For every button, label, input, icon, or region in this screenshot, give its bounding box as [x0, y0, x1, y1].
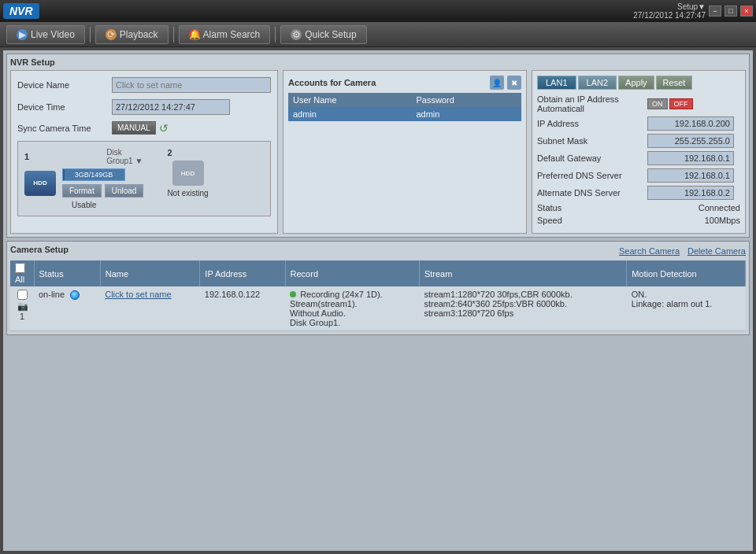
- disk-1-icon: HDD: [24, 171, 56, 196]
- disk-2-number: 2: [167, 148, 208, 157]
- col-status: Status: [34, 260, 100, 286]
- dns1-label: Preferred DNS Server: [537, 171, 647, 180]
- remove-account-button[interactable]: ✖: [507, 76, 521, 90]
- camera-setup-header: Camera Setup Search Camera Delete Camera: [10, 245, 746, 257]
- camera-ip: 192.168.0.122: [205, 290, 260, 299]
- disk-1-unload-button[interactable]: Unload: [105, 184, 144, 198]
- dhcp-label: Obtain an IP Address Automaticall: [537, 94, 647, 113]
- dns2-input[interactable]: [647, 186, 734, 200]
- ip-input[interactable]: [647, 116, 734, 131]
- lan2-tab[interactable]: LAN2: [578, 76, 617, 90]
- manual-button[interactable]: MANUAL: [112, 121, 156, 135]
- camera-row-checkbox[interactable]: [17, 290, 28, 300]
- dns2-label: Alternate DNS Server: [537, 188, 647, 198]
- ip-label: IP Address: [537, 119, 647, 128]
- nav-divider-1: [90, 27, 91, 42]
- disk-1-status: Usable: [72, 201, 96, 209]
- disk-2-icon: HDD: [172, 161, 204, 186]
- device-time-input[interactable]: [112, 99, 230, 115]
- nvr-setup-title: NVR Setup: [10, 57, 746, 67]
- ip-row: IP Address: [537, 116, 740, 131]
- disk-1-size: 3GB/149GB: [75, 171, 113, 179]
- disk-1-label: HDD: [33, 179, 46, 187]
- dhcp-off-button[interactable]: OFF: [669, 98, 693, 109]
- nav-divider-2: [173, 27, 174, 42]
- camera-motion-cell: ON.Linkage: alarm out 1.: [627, 286, 746, 331]
- camera-name-link[interactable]: Click to set name: [105, 290, 171, 299]
- camera-stream-text: stream1:1280*720 30fps,CBR 6000kb.stream…: [424, 290, 572, 318]
- apply-button[interactable]: Apply: [618, 76, 654, 90]
- nav-alarm-search[interactable]: 🔔 Alarm Search: [179, 25, 271, 44]
- title-bar-left: NVR: [3, 3, 39, 19]
- disk-1-buttons: Format Unload: [62, 184, 143, 198]
- search-camera-link[interactable]: Search Camera: [619, 246, 680, 256]
- disk-1-format-button[interactable]: Format: [62, 184, 102, 198]
- minimize-button[interactable]: −: [709, 6, 721, 17]
- close-button[interactable]: ×: [740, 6, 753, 17]
- restore-button[interactable]: □: [724, 6, 737, 17]
- dhcp-on-button[interactable]: ON: [647, 98, 668, 109]
- sync-icon[interactable]: ↺: [159, 122, 169, 135]
- col-name: Name: [100, 260, 200, 286]
- accounts-icons: 👤 ✖: [490, 76, 521, 90]
- app-logo: NVR: [3, 3, 39, 19]
- camera-stream-cell: stream1:1280*720 30fps,CBR 6000kb.stream…: [419, 286, 626, 331]
- device-name-input[interactable]: [112, 77, 271, 93]
- device-setup-panel: Device Name Device Time Sync Camera Time…: [10, 70, 278, 234]
- status-row: Status Connected: [537, 203, 740, 212]
- nvr-setup-panel: NVR Setup Device Name Device Time Sync C…: [6, 54, 750, 238]
- lan-tabs: LAN1 LAN2 Apply Reset: [537, 76, 740, 90]
- add-account-button[interactable]: 👤: [490, 76, 504, 90]
- camera-motion-text: ON.Linkage: alarm out 1.: [632, 290, 713, 308]
- dns1-input[interactable]: [647, 168, 734, 183]
- main-area: NVR Setup Device Name Device Time Sync C…: [3, 50, 753, 551]
- accounts-table: User Name Password admin admin: [288, 93, 521, 121]
- camera-name-cell: Click to set name: [100, 286, 200, 331]
- col-username: User Name: [288, 93, 411, 107]
- camera-links: Search Camera Delete Camera: [619, 246, 746, 256]
- subnet-input[interactable]: [647, 134, 734, 148]
- titlebar-info: Setup▼ 27/12/2012 14:27:47: [633, 2, 706, 20]
- setup-label[interactable]: Setup▼: [677, 2, 706, 11]
- account-row[interactable]: admin admin: [288, 107, 521, 121]
- select-all-checkbox[interactable]: [15, 263, 25, 273]
- camera-row[interactable]: 📷 1 on-line Click to set name 192.168.0.…: [10, 286, 746, 331]
- sync-time-row: Sync Camera Time MANUAL ↺: [17, 121, 271, 135]
- reset-button[interactable]: Reset: [656, 76, 693, 90]
- col-motion: Motion Detection: [627, 260, 746, 286]
- col-all: All: [10, 260, 34, 286]
- status-label: Status: [537, 203, 647, 212]
- gateway-input[interactable]: [647, 151, 734, 165]
- accounts-title: Accounts for Camera: [288, 78, 376, 87]
- nav-live-video[interactable]: ▶ Live Video: [6, 25, 85, 44]
- status-value: Connected: [647, 203, 740, 212]
- disk-slot-1: 1 Disk Group1 ▼ HDD 3GB/149GB: [24, 148, 143, 209]
- nav-playback[interactable]: ⟳ Playback: [95, 25, 169, 44]
- camera-setup-title: Camera Setup: [10, 245, 69, 254]
- col-record: Record: [285, 260, 419, 286]
- disk-1-progress: 3GB/149GB: [62, 168, 125, 181]
- device-time-label: Device Time: [17, 102, 112, 112]
- nav-quick-setup[interactable]: ⚙ Quick Setup: [280, 25, 366, 44]
- quick-setup-icon: ⚙: [291, 29, 302, 40]
- delete-camera-link[interactable]: Delete Camera: [687, 246, 746, 256]
- lan1-tab[interactable]: LAN1: [537, 76, 576, 90]
- gateway-row: Default Gateway: [537, 151, 740, 165]
- lan-panel: LAN1 LAN2 Apply Reset Obtain an IP Addre…: [532, 70, 746, 234]
- subnet-label: Subnet Mask: [537, 136, 647, 146]
- nav-bar: ▶ Live Video ⟳ Playback 🔔 Alarm Search ⚙…: [0, 22, 756, 47]
- sync-controls: MANUAL ↺: [112, 121, 169, 135]
- speed-value: 100Mbps: [647, 216, 740, 225]
- disk-1-group[interactable]: Disk Group1 ▼: [106, 148, 143, 165]
- camera-record-cell: Recording (24x7 1D).Stream(stream1).With…: [285, 286, 419, 331]
- camera-checkbox-cell: 📷 1: [10, 286, 34, 331]
- title-bar-right: Setup▼ 27/12/2012 14:27:47 − □ ×: [633, 2, 753, 20]
- sync-time-label: Sync Camera Time: [17, 124, 112, 133]
- camera-ip-cell: 192.168.0.122: [200, 286, 285, 331]
- dhcp-row: Obtain an IP Address Automaticall ON OFF: [537, 94, 740, 113]
- col-ip: IP Address: [200, 260, 285, 286]
- gateway-label: Default Gateway: [537, 153, 647, 163]
- nav-divider-3: [275, 27, 276, 42]
- account-username: admin: [288, 107, 411, 121]
- speed-row: Speed 100Mbps: [537, 216, 740, 225]
